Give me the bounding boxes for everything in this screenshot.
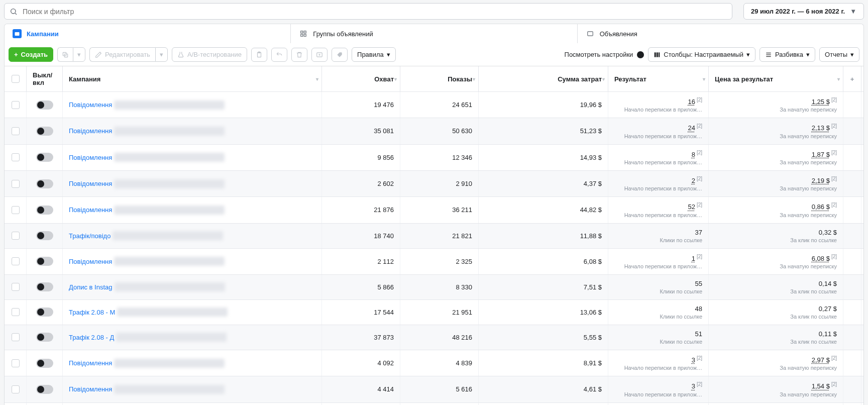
sort-icon: ▾: [837, 76, 840, 82]
clipboard-icon: [256, 51, 263, 58]
redacted-text: [114, 359, 225, 368]
campaign-name-link[interactable]: Трафік/повідо: [69, 232, 111, 240]
campaign-name-link[interactable]: Повідомлення: [69, 127, 112, 135]
row-checkbox[interactable]: [12, 180, 20, 188]
row-toggle[interactable]: [36, 257, 53, 266]
cell-reach: 4 414: [322, 376, 400, 402]
cell-cost-per-result: 2,19 $[2]За начатую переписку: [709, 171, 843, 196]
search-bar[interactable]: [4, 3, 732, 20]
cell-result: 16[2]Начало переписки в прилож…: [608, 92, 709, 118]
svg-rect-5: [301, 34, 303, 36]
view-settings-toggle[interactable]: Посмотреть настройки: [565, 51, 644, 58]
campaign-name-link[interactable]: Трафік 2.08 - М: [69, 309, 115, 316]
undo-icon: [276, 51, 283, 58]
search-input[interactable]: [23, 8, 727, 16]
row-checkbox[interactable]: [12, 308, 20, 316]
plus-icon: +: [14, 51, 18, 58]
campaign-name-link[interactable]: Повідомлення: [69, 258, 112, 265]
row-checkbox[interactable]: [12, 232, 20, 240]
cell-spend: 4,61 $: [479, 376, 608, 402]
campaign-name-link[interactable]: Повідомлення: [69, 206, 112, 214]
ab-test-button[interactable]: A/B-тестирование: [172, 47, 247, 62]
date-range-picker[interactable]: 29 июл 2022 г. — 6 ноя 2022 г. ▼: [743, 3, 864, 20]
table-row: Допис в Instag 5 866 8 330 7,51 $ 55Клик…: [5, 275, 863, 300]
row-toggle[interactable]: [36, 308, 53, 317]
create-button[interactable]: + Создать: [9, 47, 53, 62]
cell-reach: 5 866: [322, 275, 400, 299]
breakdown-button[interactable]: Разбивка ▾: [759, 47, 815, 62]
header-reach[interactable]: Охват▾: [322, 66, 400, 91]
svg-rect-13: [655, 52, 656, 57]
tag-icon: [336, 51, 343, 58]
cell-reach: 37 873: [322, 325, 400, 350]
undo-button[interactable]: [271, 48, 287, 62]
reports-button[interactable]: Отчеты ▾: [819, 47, 859, 62]
delete-button[interactable]: [291, 48, 307, 62]
columns-button[interactable]: Столбцы: Настраиваемый ▾: [648, 47, 755, 62]
campaign-name-link[interactable]: Повідомлення: [69, 180, 112, 187]
row-toggle[interactable]: [36, 100, 53, 110]
redacted-text: [114, 257, 225, 266]
table-header: Выкл/вкл Кампания▾ Охват▾ Показы▾ Сумма …: [5, 66, 863, 92]
cell-cost-per-result: 1,25 $[2]За начатую переписку: [709, 92, 843, 118]
cell-impressions: 2 910: [400, 171, 479, 196]
row-toggle[interactable]: [36, 231, 53, 240]
edit-button[interactable]: Редактировать: [89, 47, 155, 62]
cell-reach: 35 081: [322, 118, 400, 144]
table-row: Повідомлення 9 856 12 346 14,93 $ 8[2]На…: [5, 145, 863, 171]
cell-result: 8[2]Начало переписки в прилож…: [608, 145, 709, 170]
export-button[interactable]: [311, 48, 328, 62]
duplicate-dropdown[interactable]: ▾: [73, 47, 85, 62]
tab-adsets[interactable]: Группы объявлений: [291, 24, 577, 43]
campaign-name-link[interactable]: Повідомлення: [69, 101, 112, 109]
row-toggle[interactable]: [36, 179, 53, 188]
header-add-column[interactable]: +: [843, 66, 861, 91]
row-checkbox[interactable]: [12, 127, 20, 135]
tab-campaigns[interactable]: Кампании: [5, 24, 291, 43]
redacted-text: [115, 282, 225, 291]
redacted-text: [114, 127, 225, 136]
cell-impressions: 5 616: [400, 376, 479, 402]
cell-reach: 9 856: [322, 145, 400, 170]
row-checkbox[interactable]: [12, 359, 20, 367]
campaign-name-link[interactable]: Трафік 2.08 - Д: [69, 334, 114, 341]
row-checkbox[interactable]: [12, 333, 20, 341]
cell-reach: 2 112: [322, 249, 400, 274]
campaign-name-link[interactable]: Повідомлення: [69, 359, 112, 367]
row-toggle[interactable]: [36, 385, 53, 394]
header-cost-per-result[interactable]: Цена за результат▾: [709, 66, 843, 91]
rules-button[interactable]: Правила ▾: [352, 47, 396, 62]
header-impressions[interactable]: Показы▾: [400, 66, 479, 91]
header-result[interactable]: Результат▾: [608, 66, 709, 91]
row-checkbox[interactable]: [12, 283, 20, 291]
row-checkbox[interactable]: [12, 206, 20, 214]
edit-dropdown[interactable]: ▾: [155, 47, 168, 62]
campaign-name-link[interactable]: Повідомлення: [69, 385, 112, 393]
cell-impressions: 24 651: [400, 92, 479, 118]
row-toggle[interactable]: [36, 206, 53, 215]
cell-impressions: 48 216: [400, 325, 479, 350]
row-toggle[interactable]: [36, 153, 53, 162]
row-toggle[interactable]: [36, 282, 53, 291]
cell-result: 24[2]Начало переписки в прилож…: [608, 118, 709, 144]
row-checkbox[interactable]: [12, 257, 20, 265]
table-row: Повідомлення 2 602 2 910 4,37 $ 2[2]Нача…: [5, 171, 863, 197]
table-row: Повідомлення 4 414 5 616 4,61 $ 3[2]Нача…: [5, 376, 863, 402]
header-campaign[interactable]: Кампания▾: [63, 66, 322, 91]
row-checkbox[interactable]: [12, 385, 20, 393]
row-toggle[interactable]: [36, 359, 53, 368]
campaign-name-link[interactable]: Повідомлення: [69, 154, 112, 161]
header-spend[interactable]: Сумма затрат▾: [479, 66, 608, 91]
clipboard-button[interactable]: [251, 48, 267, 62]
row-toggle[interactable]: [36, 333, 53, 342]
row-toggle[interactable]: [36, 127, 53, 136]
row-checkbox[interactable]: [12, 153, 20, 161]
duplicate-button[interactable]: [57, 47, 73, 62]
row-checkbox[interactable]: [12, 101, 20, 109]
tab-ads[interactable]: Объявления: [578, 24, 863, 43]
tag-button[interactable]: [332, 48, 348, 62]
campaign-name-link[interactable]: Допис в Instag: [69, 283, 113, 291]
header-checkbox[interactable]: [5, 66, 27, 91]
cell-reach: 19 476: [322, 92, 400, 118]
cell-spend: 7,51 $: [479, 275, 608, 299]
